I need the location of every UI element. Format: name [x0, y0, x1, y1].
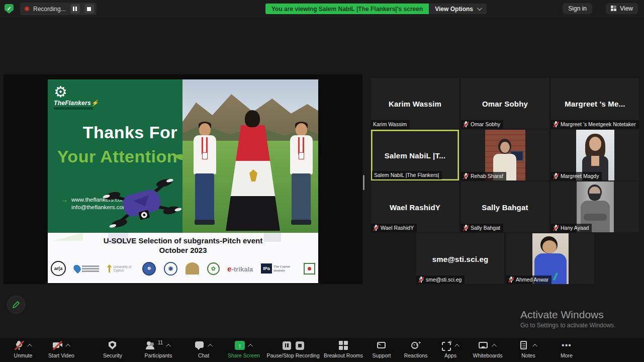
aria-logo: ar(a [51, 261, 66, 276]
top-bar: ✓ Recording... You are viewing Salem Nab… [0, 0, 644, 17]
chevron-down-icon [477, 6, 482, 11]
blue-crest-logo: ☸ [142, 262, 156, 276]
zoom-meeting-window: ✓ Recording... You are viewing Salem Nab… [0, 0, 644, 362]
pause-recording-button[interactable] [70, 4, 80, 14]
panel-resize-handle[interactable] [363, 175, 364, 190]
muted-mic-icon [373, 225, 379, 231]
breakout-rooms-icon [339, 341, 348, 350]
chat-button[interactable]: Chat [188, 340, 219, 358]
name-label: Rehab Sharaf [461, 172, 506, 180]
chevron-up-icon[interactable] [248, 343, 253, 348]
arrow-icon: → [61, 196, 68, 204]
slide-title-line2: Your Attention [50, 147, 177, 166]
tile-sally-bahgat[interactable]: Sally Bahgat Sally Bahgat [461, 182, 549, 232]
whiteboard-icon [479, 340, 489, 350]
record-dot-icon [24, 6, 30, 12]
name-label: Margreet 's Meetgeek Notetaker [551, 120, 639, 129]
start-video-button[interactable]: Start Video [41, 340, 81, 358]
drone-illustration [99, 169, 185, 236]
tile-sme-sti[interactable]: sme@sti.sci.eg sme@sti.sci.eg [416, 233, 504, 284]
more-dots-icon: ••• [562, 343, 572, 348]
tile-salem-nabil-active-speaker[interactable]: Salem NabiL |T... Salem NabiL |The Flank… [371, 130, 459, 180]
green-crest-logo: ✿ [207, 262, 220, 275]
muted-mic-icon [418, 277, 424, 283]
name-label: Omar Sobhy [461, 120, 503, 129]
whiteboards-button[interactable]: Whiteboards [467, 340, 509, 358]
tile-omar-sobhy[interactable]: Omar Sobhy Omar Sobhy [461, 78, 549, 129]
muted-mic-icon [463, 173, 469, 179]
person-right [285, 123, 317, 233]
slide-title-line1: Thanks For [48, 123, 177, 142]
bottom-toolbar: Unmute Start Video Security 11 Participa… [0, 338, 644, 362]
muted-mic-icon [553, 225, 559, 231]
slide-green-panel: ⚙ TheFlankers⚡ Thanks For Your Attention… [48, 79, 182, 233]
name-label: Karim Wassim [371, 120, 410, 129]
chat-bubble-icon [195, 340, 205, 350]
chevron-up-icon[interactable] [208, 343, 213, 348]
tile-rehab-sharaf[interactable]: Rehab Sharaf [461, 130, 549, 180]
tile-margreet-notetaker[interactable]: Margreet 's Me... Margreet 's Meetgeek N… [551, 78, 639, 129]
tile-ahmed-anwar[interactable]: Ahmed Anwar [506, 233, 594, 284]
university-of-cyprus-logo: University of Cyprus [107, 264, 135, 273]
view-layout-button[interactable]: View [606, 3, 638, 14]
name-label: Wael RashidY [371, 224, 417, 232]
name-label: Sally Bahgat [461, 224, 503, 232]
share-screen-button[interactable]: ↑ Share Screen [223, 340, 264, 358]
mosque-crest-logo [186, 262, 199, 275]
tile-margreet-magdy[interactable]: Margreet Magdy [551, 130, 639, 180]
remote-support-icon [377, 340, 387, 350]
notes-button[interactable]: Notes [514, 340, 543, 358]
recording-label: Recording... [33, 6, 66, 13]
security-button[interactable]: Security [95, 340, 131, 358]
muted-mic-icon [553, 173, 559, 179]
reactions-smiley-icon: + [411, 340, 421, 350]
chevron-up-icon[interactable] [65, 343, 70, 348]
stop-recording-button[interactable] [84, 4, 94, 14]
chevron-up-icon[interactable] [532, 343, 537, 348]
cyprus-institute-logo: IPa The Cyprus Institute [261, 263, 296, 274]
activate-windows-subtext: Go to Settings to activate Windows. [520, 322, 615, 329]
pencil-icon [12, 300, 21, 309]
support-button[interactable]: Support [366, 340, 397, 358]
participants-button[interactable]: 11 Participants [137, 340, 180, 358]
ied-logo [74, 264, 99, 273]
slide-footer-strip: U-SOLVE Selection of subgrants-Pitch eve… [48, 233, 318, 283]
name-label: Ahmed Anwar [506, 276, 551, 284]
participants-icon [146, 340, 156, 350]
muted-mic-icon [463, 225, 469, 231]
chevron-up-icon[interactable] [492, 343, 497, 348]
name-label: Salem NabiL |The Flankers| [372, 171, 442, 179]
arabic-crest-logo [304, 263, 315, 275]
tile-wael-rashidy[interactable]: Wael RashidY Wael RashidY [371, 182, 459, 232]
apps-icon [441, 340, 451, 350]
shared-screen-area: ⚙ TheFlankers⚡ Thanks For Your Attention… [4, 74, 362, 284]
gear-brain-icon: ⚙ [54, 84, 99, 100]
breakout-rooms-button[interactable]: Breakout Rooms [320, 340, 367, 358]
partner-logos-row: ar(a University of Cyprus ☸ ✺ [51, 257, 315, 280]
notes-icon [519, 340, 529, 350]
stop-icon[interactable] [296, 341, 304, 350]
tile-karim-wassim[interactable]: Karim Wassim Karim Wassim [371, 78, 459, 129]
apps-button[interactable]: Apps [436, 340, 465, 358]
chevron-up-icon[interactable] [454, 343, 459, 348]
theflankers-logo: ⚙ TheFlankers⚡ [54, 84, 99, 110]
chevron-up-icon[interactable] [27, 343, 32, 348]
sign-in-button[interactable]: Sign in [563, 3, 592, 14]
name-label: Margreet Magdy [551, 172, 602, 180]
view-options-button[interactable]: View Options [429, 4, 487, 14]
pause-icon[interactable] [283, 341, 291, 350]
participants-grid: Karim Wassim Karim Wassim Omar Sobhy Oma… [371, 78, 641, 285]
person-left [189, 123, 221, 233]
tile-hany-ayaad[interactable]: Hany Ayaad [551, 182, 639, 232]
annotate-button[interactable] [7, 296, 25, 314]
person-with-egypt-flag [226, 110, 280, 233]
encryption-shield-icon: ✓ [5, 4, 14, 14]
pause-stop-recording-button[interactable]: Pause/Stop Recording [265, 340, 321, 358]
reactions-button[interactable]: + Reactions [399, 340, 432, 358]
chevron-up-icon[interactable] [166, 343, 171, 348]
unmute-button[interactable]: Unmute [5, 340, 41, 358]
camera-off-icon [52, 340, 62, 350]
more-button[interactable]: ••• More [554, 340, 579, 358]
event-title: U-SOLVE Selection of subgrants-Pitch eve… [48, 236, 318, 255]
participants-count: 11 [158, 340, 163, 345]
